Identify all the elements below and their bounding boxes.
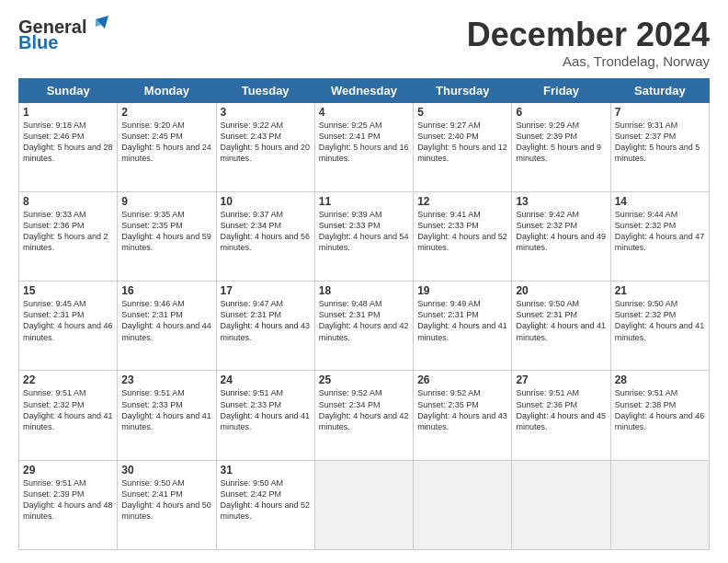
- cell-info: Sunrise: 9:50 AMSunset: 2:41 PMDaylight:…: [121, 478, 211, 521]
- calendar-cell: 29 Sunrise: 9:51 AMSunset: 2:39 PMDaylig…: [19, 460, 118, 549]
- calendar-cell: 23 Sunrise: 9:51 AMSunset: 2:33 PMDaylig…: [118, 371, 216, 460]
- day-number: 28: [615, 373, 705, 386]
- cell-info: Sunrise: 9:31 AMSunset: 2:37 PMDaylight:…: [615, 121, 700, 163]
- cell-info: Sunrise: 9:49 AMSunset: 2:31 PMDaylight:…: [417, 299, 507, 341]
- dow-header: Thursday: [414, 78, 512, 102]
- cell-info: Sunrise: 9:20 AMSunset: 2:45 PMDaylight:…: [121, 121, 211, 163]
- day-number: 22: [23, 373, 113, 386]
- cell-info: Sunrise: 9:51 AMSunset: 2:38 PMDaylight:…: [615, 388, 705, 431]
- cell-info: Sunrise: 9:37 AMSunset: 2:34 PMDaylight:…: [221, 210, 311, 252]
- header: General Blue December 2024 Aas, Trondela…: [18, 17, 710, 69]
- calendar-cell: 31 Sunrise: 9:50 AMSunset: 2:42 PMDaylig…: [216, 460, 314, 549]
- calendar-cell: 22 Sunrise: 9:51 AMSunset: 2:32 PMDaylig…: [19, 371, 118, 460]
- calendar-cell: 11 Sunrise: 9:39 AMSunset: 2:33 PMDaylig…: [314, 191, 413, 281]
- cell-info: Sunrise: 9:46 AMSunset: 2:31 PMDaylight:…: [121, 299, 211, 341]
- cell-info: Sunrise: 9:50 AMSunset: 2:32 PMDaylight:…: [615, 299, 705, 341]
- cell-info: Sunrise: 9:27 AMSunset: 2:40 PMDaylight:…: [417, 121, 507, 163]
- day-number: 11: [319, 195, 409, 208]
- day-number: 3: [221, 106, 311, 119]
- logo-block: General Blue: [18, 17, 108, 53]
- calendar-cell: 17 Sunrise: 9:47 AMSunset: 2:31 PMDaylig…: [216, 282, 314, 371]
- location: Aas, Trondelag, Norway: [467, 53, 710, 69]
- calendar-cell: 4 Sunrise: 9:25 AMSunset: 2:41 PMDayligh…: [314, 102, 413, 191]
- day-number: 30: [121, 464, 211, 477]
- cell-info: Sunrise: 9:33 AMSunset: 2:36 PMDaylight:…: [23, 210, 108, 252]
- calendar-cell: 12 Sunrise: 9:41 AMSunset: 2:33 PMDaylig…: [414, 191, 512, 281]
- day-number: 29: [23, 464, 113, 477]
- day-number: 5: [417, 106, 507, 119]
- day-number: 23: [121, 373, 211, 386]
- cell-info: Sunrise: 9:41 AMSunset: 2:33 PMDaylight:…: [417, 210, 507, 252]
- cell-info: Sunrise: 9:39 AMSunset: 2:33 PMDaylight:…: [319, 210, 409, 252]
- calendar-cell: 10 Sunrise: 9:37 AMSunset: 2:34 PMDaylig…: [216, 191, 314, 281]
- calendar-cell: 25 Sunrise: 9:52 AMSunset: 2:34 PMDaylig…: [314, 371, 413, 460]
- cell-info: Sunrise: 9:44 AMSunset: 2:32 PMDaylight:…: [615, 210, 705, 252]
- empty-cell: [610, 460, 709, 549]
- calendar-cell: 5 Sunrise: 9:27 AMSunset: 2:40 PMDayligh…: [414, 102, 512, 191]
- day-number: 6: [516, 106, 606, 119]
- cell-info: Sunrise: 9:18 AMSunset: 2:46 PMDaylight:…: [23, 121, 113, 163]
- day-number: 31: [221, 464, 311, 477]
- day-number: 27: [516, 373, 606, 386]
- day-number: 10: [221, 195, 311, 208]
- cell-info: Sunrise: 9:22 AMSunset: 2:43 PMDaylight:…: [221, 121, 311, 163]
- calendar-cell: 13 Sunrise: 9:42 AMSunset: 2:32 PMDaylig…: [512, 191, 610, 281]
- cell-info: Sunrise: 9:45 AMSunset: 2:31 PMDaylight:…: [23, 299, 113, 341]
- day-number: 4: [319, 106, 409, 119]
- calendar-cell: 1 Sunrise: 9:18 AMSunset: 2:46 PMDayligh…: [19, 102, 118, 191]
- day-number: 18: [319, 284, 409, 297]
- dow-header: Tuesday: [216, 78, 314, 102]
- cell-info: Sunrise: 9:48 AMSunset: 2:31 PMDaylight:…: [319, 299, 409, 341]
- calendar-cell: 2 Sunrise: 9:20 AMSunset: 2:45 PMDayligh…: [118, 102, 216, 191]
- calendar-cell: 8 Sunrise: 9:33 AMSunset: 2:36 PMDayligh…: [19, 191, 118, 281]
- empty-cell: [314, 460, 413, 549]
- cell-info: Sunrise: 9:51 AMSunset: 2:39 PMDaylight:…: [23, 478, 113, 521]
- calendar-cell: 15 Sunrise: 9:45 AMSunset: 2:31 PMDaylig…: [19, 282, 118, 371]
- calendar-cell: 27 Sunrise: 9:51 AMSunset: 2:36 PMDaylig…: [512, 371, 610, 460]
- calendar-cell: 30 Sunrise: 9:50 AMSunset: 2:41 PMDaylig…: [118, 460, 216, 549]
- day-number: 14: [615, 195, 705, 208]
- dow-header: Monday: [118, 78, 216, 102]
- cell-info: Sunrise: 9:29 AMSunset: 2:39 PMDaylight:…: [516, 121, 601, 163]
- month-title: December 2024: [467, 17, 710, 53]
- cell-info: Sunrise: 9:50 AMSunset: 2:31 PMDaylight:…: [516, 299, 606, 341]
- empty-cell: [512, 460, 610, 549]
- day-number: 1: [23, 106, 113, 119]
- calendar-cell: 6 Sunrise: 9:29 AMSunset: 2:39 PMDayligh…: [512, 102, 610, 191]
- dow-header: Wednesday: [314, 78, 413, 102]
- logo-bird-icon: [88, 16, 108, 36]
- cell-info: Sunrise: 9:25 AMSunset: 2:41 PMDaylight:…: [319, 121, 409, 163]
- cell-info: Sunrise: 9:42 AMSunset: 2:32 PMDaylight:…: [516, 210, 606, 252]
- calendar-cell: 9 Sunrise: 9:35 AMSunset: 2:35 PMDayligh…: [118, 191, 216, 281]
- day-number: 19: [417, 284, 507, 297]
- dow-header: Friday: [512, 78, 610, 102]
- day-number: 24: [221, 373, 311, 386]
- cell-info: Sunrise: 9:51 AMSunset: 2:33 PMDaylight:…: [221, 388, 311, 431]
- day-number: 21: [615, 284, 705, 297]
- day-number: 8: [23, 195, 113, 208]
- calendar-cell: 24 Sunrise: 9:51 AMSunset: 2:33 PMDaylig…: [216, 371, 314, 460]
- day-number: 16: [121, 284, 211, 297]
- calendar-cell: 19 Sunrise: 9:49 AMSunset: 2:31 PMDaylig…: [414, 282, 512, 371]
- title-area: December 2024 Aas, Trondelag, Norway: [467, 17, 710, 69]
- day-number: 9: [121, 195, 211, 208]
- dow-header: Sunday: [19, 78, 118, 102]
- logo-blue-text: Blue: [18, 32, 58, 53]
- calendar-cell: 16 Sunrise: 9:46 AMSunset: 2:31 PMDaylig…: [118, 282, 216, 371]
- day-number: 26: [417, 373, 507, 386]
- page: General Blue December 2024 Aas, Trondela…: [0, 0, 728, 563]
- calendar-cell: 28 Sunrise: 9:51 AMSunset: 2:38 PMDaylig…: [610, 371, 709, 460]
- day-number: 25: [319, 373, 409, 386]
- calendar-table: SundayMondayTuesdayWednesdayThursdayFrid…: [18, 78, 710, 550]
- cell-info: Sunrise: 9:52 AMSunset: 2:35 PMDaylight:…: [417, 388, 507, 431]
- calendar-cell: 21 Sunrise: 9:50 AMSunset: 2:32 PMDaylig…: [610, 282, 709, 371]
- calendar-cell: 7 Sunrise: 9:31 AMSunset: 2:37 PMDayligh…: [610, 102, 709, 191]
- cell-info: Sunrise: 9:50 AMSunset: 2:42 PMDaylight:…: [221, 478, 311, 521]
- day-number: 15: [23, 284, 113, 297]
- calendar-cell: 20 Sunrise: 9:50 AMSunset: 2:31 PMDaylig…: [512, 282, 610, 371]
- calendar-cell: 26 Sunrise: 9:52 AMSunset: 2:35 PMDaylig…: [414, 371, 512, 460]
- day-number: 12: [417, 195, 507, 208]
- dow-header: Saturday: [610, 78, 709, 102]
- cell-info: Sunrise: 9:52 AMSunset: 2:34 PMDaylight:…: [319, 388, 409, 431]
- day-number: 13: [516, 195, 606, 208]
